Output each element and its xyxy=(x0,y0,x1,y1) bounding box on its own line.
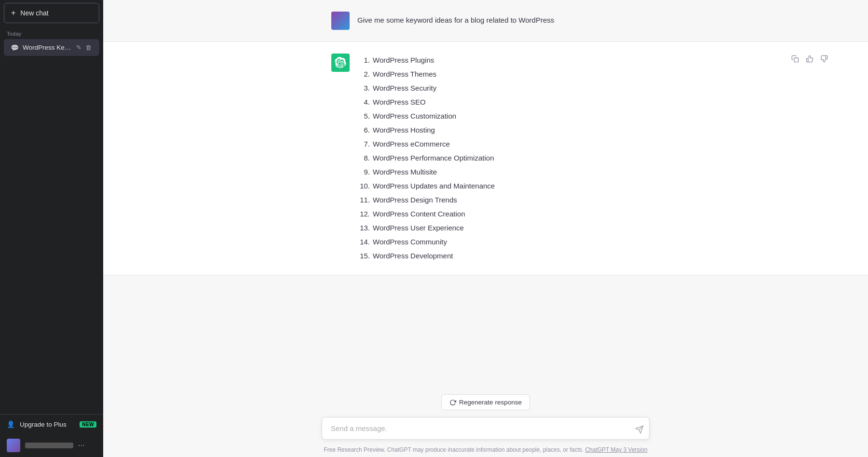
ai-response-text: 1.WordPress Plugins2.WordPress Themes3.W… xyxy=(357,54,640,263)
new-chat-button[interactable]: + New chat xyxy=(4,3,99,23)
chat-input[interactable] xyxy=(322,417,650,440)
keyword-list-item: 6.WordPress Hosting xyxy=(357,123,640,136)
upgrade-to-plus-button[interactable]: 👤 Upgrade to Plus NEW xyxy=(0,415,103,434)
thumbs-down-button[interactable] xyxy=(819,54,829,64)
list-number: 10. xyxy=(357,179,370,192)
new-chat-label: New chat xyxy=(20,9,48,17)
user-message-inner: Give me some keyword ideas for a blog re… xyxy=(312,12,659,30)
keyword-list-item: 7.WordPress eCommerce xyxy=(357,137,640,150)
user-row[interactable]: ··· xyxy=(0,434,103,457)
list-item-text: WordPress Customization xyxy=(373,109,456,122)
list-number: 1. xyxy=(357,54,370,67)
user-menu-button[interactable]: ··· xyxy=(78,441,84,450)
avatar xyxy=(7,439,20,452)
keyword-list-item: 1.WordPress Plugins xyxy=(357,54,640,67)
chat-title: WordPress Keyword Ide xyxy=(23,44,71,51)
user-message-row: Give me some keyword ideas for a blog re… xyxy=(103,0,868,41)
list-number: 5. xyxy=(357,109,370,122)
chat-bubble-icon: 💬 xyxy=(11,44,19,52)
ai-message-inner: 1.WordPress Plugins2.WordPress Themes3.W… xyxy=(312,54,659,263)
list-item-text: WordPress Performance Optimization xyxy=(373,151,494,164)
keyword-list-item: 9.WordPress Multisite xyxy=(357,165,640,178)
user-avatar-chat xyxy=(331,12,350,30)
keyword-list-item: 11.WordPress Design Trends xyxy=(357,193,640,206)
edit-chat-button[interactable]: ✎ xyxy=(75,43,82,52)
list-number: 9. xyxy=(357,165,370,178)
keyword-list-item: 12.WordPress Content Creation xyxy=(357,207,640,220)
list-number: 3. xyxy=(357,81,370,94)
list-number: 6. xyxy=(357,123,370,136)
keyword-list: 1.WordPress Plugins2.WordPress Themes3.W… xyxy=(357,54,640,262)
keyword-list-item: 3.WordPress Security xyxy=(357,81,640,94)
list-item-text: WordPress Design Trends xyxy=(373,193,457,206)
list-number: 2. xyxy=(357,67,370,81)
chatgpt-icon xyxy=(331,54,350,72)
keyword-list-item: 10.WordPress Updates and Maintenance xyxy=(357,179,640,192)
user-icon: 👤 xyxy=(7,420,15,428)
thumbs-up-button[interactable] xyxy=(804,54,815,64)
chat-item-actions: ✎ 🗑 xyxy=(75,43,93,52)
footer-text: Free Research Preview. ChatGPT may produ… xyxy=(324,446,583,453)
list-number: 15. xyxy=(357,249,370,262)
list-number: 11. xyxy=(357,193,370,206)
main-content: Give me some keyword ideas for a blog re… xyxy=(103,0,868,457)
empty-space xyxy=(103,275,868,387)
today-label: Today xyxy=(0,26,103,39)
keyword-list-item: 13.WordPress User Experience xyxy=(357,221,640,234)
list-item-text: WordPress Hosting xyxy=(373,123,435,136)
user-name xyxy=(25,443,73,448)
keyword-list-item: 4.WordPress SEO xyxy=(357,95,640,108)
plus-icon: + xyxy=(11,9,15,17)
list-number: 13. xyxy=(357,221,370,234)
ai-message-row: 1.WordPress Plugins2.WordPress Themes3.W… xyxy=(103,41,868,275)
list-item-text: WordPress eCommerce xyxy=(373,137,450,150)
list-item-text: WordPress User Experience xyxy=(373,221,464,234)
sidebar: + New chat Today 💬 WordPress Keyword Ide… xyxy=(0,0,103,457)
upgrade-label: Upgrade to Plus xyxy=(20,421,67,428)
new-badge: NEW xyxy=(80,421,96,428)
list-number: 7. xyxy=(357,137,370,150)
keyword-list-item: 15.WordPress Development xyxy=(357,249,640,262)
svg-rect-0 xyxy=(794,58,799,62)
regenerate-label: Regenerate response xyxy=(459,399,522,406)
list-item-text: WordPress Community xyxy=(373,235,447,248)
delete-chat-button[interactable]: 🗑 xyxy=(84,43,93,52)
list-item-text: WordPress Updates and Maintenance xyxy=(373,179,495,192)
sidebar-bottom: 👤 Upgrade to Plus NEW ··· xyxy=(0,414,103,457)
keyword-list-item: 14.WordPress Community xyxy=(357,235,640,248)
footer-note: Free Research Preview. ChatGPT may produ… xyxy=(324,446,647,453)
list-number: 4. xyxy=(357,95,370,108)
send-button[interactable] xyxy=(635,425,644,434)
keyword-list-item: 5.WordPress Customization xyxy=(357,109,640,122)
user-message-text: Give me some keyword ideas for a blog re… xyxy=(357,12,640,26)
list-item-text: WordPress Content Creation xyxy=(373,207,465,220)
list-item-text: WordPress Multisite xyxy=(373,165,437,178)
list-item-text: WordPress Plugins xyxy=(373,54,434,67)
copy-button[interactable] xyxy=(790,54,800,64)
list-number: 12. xyxy=(357,207,370,220)
footer-link[interactable]: ChatGPT May 3 Version xyxy=(585,446,647,453)
list-item-text: WordPress Development xyxy=(373,249,453,262)
regenerate-button[interactable]: Regenerate response xyxy=(441,394,530,410)
chat-history-item[interactable]: 💬 WordPress Keyword Ide ✎ 🗑 xyxy=(4,39,99,56)
list-item-text: WordPress Themes xyxy=(373,67,436,81)
keyword-list-item: 2.WordPress Themes xyxy=(357,67,640,81)
list-item-text: WordPress SEO xyxy=(373,95,426,108)
list-number: 14. xyxy=(357,235,370,248)
chat-area: Give me some keyword ideas for a blog re… xyxy=(103,0,868,387)
keyword-list-item: 8.WordPress Performance Optimization xyxy=(357,151,640,164)
list-item-text: WordPress Security xyxy=(373,81,436,94)
input-box-wrapper xyxy=(322,417,650,442)
ai-action-icons xyxy=(790,54,829,64)
list-number: 8. xyxy=(357,151,370,164)
chat-input-area: Regenerate response Free Research Previe… xyxy=(103,387,868,457)
